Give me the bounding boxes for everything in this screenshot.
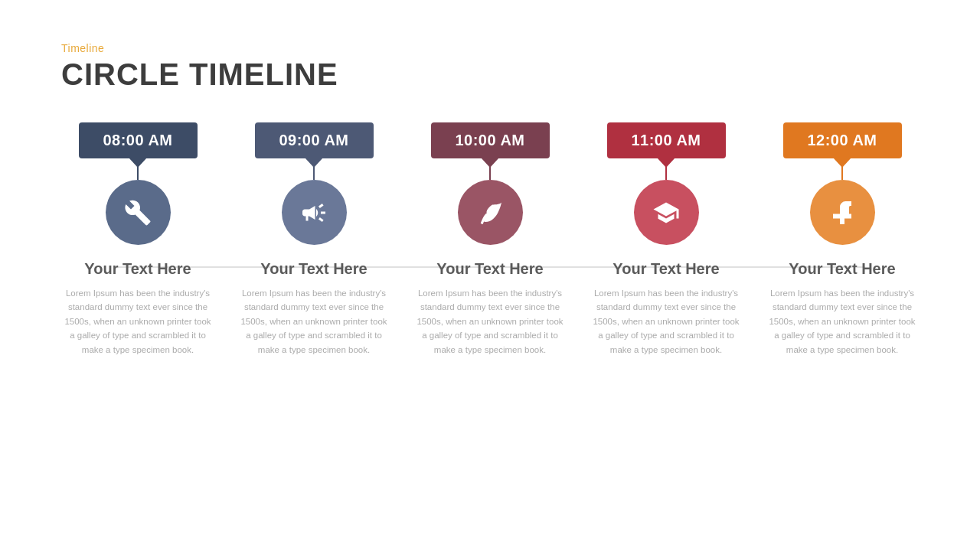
circle-icon-2 xyxy=(282,180,347,245)
time-label-3: 10:00 AM xyxy=(455,132,524,149)
header: Timeline CIRCLE TIMELINE xyxy=(61,42,919,92)
time-bubble-5: 12:00 AM xyxy=(783,122,902,158)
header-title: CIRCLE TIMELINE xyxy=(61,57,919,92)
item-title-1: Your Text Here xyxy=(84,259,191,279)
timeline-item-4: 11:00 AM Your Text Here Lorem Ipsum has … xyxy=(590,122,743,357)
megaphone-icon xyxy=(300,199,328,227)
timeline-item-1: 08:00 AM Your Text Here Lorem Ipsum has … xyxy=(61,122,214,357)
circle-icon-1 xyxy=(106,180,171,245)
timeline-item-2: 09:00 AM Your Text Here Lorem Ipsum has … xyxy=(237,122,390,357)
time-label-4: 11:00 AM xyxy=(631,132,701,149)
book-icon xyxy=(828,199,856,227)
page: Timeline CIRCLE TIMELINE 08:00 AM Your T… xyxy=(0,0,980,551)
item-desc-3: Lorem Ipsum has been the industry's stan… xyxy=(413,286,567,357)
time-label-5: 12:00 AM xyxy=(807,132,877,149)
leaf-icon xyxy=(476,199,504,227)
item-desc-2: Lorem Ipsum has been the industry's stan… xyxy=(237,286,390,357)
timeline-item-5: 12:00 AM Your Text Here Lorem Ipsum has … xyxy=(766,122,919,357)
tools-icon xyxy=(124,199,152,227)
timeline-item-3: 10:00 AM Your Text Here Lorem Ipsum has … xyxy=(413,122,567,357)
circle-icon-3 xyxy=(458,180,523,245)
circle-icon-4 xyxy=(634,180,699,245)
header-subtitle: Timeline xyxy=(61,42,919,54)
item-title-2: Your Text Here xyxy=(260,259,367,279)
time-label-1: 08:00 AM xyxy=(103,132,172,149)
timeline-container: 08:00 AM Your Text Here Lorem Ipsum has … xyxy=(61,122,919,357)
item-desc-4: Lorem Ipsum has been the industry's stan… xyxy=(590,286,743,357)
item-title-3: Your Text Here xyxy=(436,259,543,279)
time-label-2: 09:00 AM xyxy=(279,132,348,149)
circle-icon-5 xyxy=(810,180,875,245)
item-title-5: Your Text Here xyxy=(789,259,895,279)
graduation-icon xyxy=(652,199,680,227)
time-bubble-3: 10:00 AM xyxy=(431,122,550,158)
time-bubble-2: 09:00 AM xyxy=(255,122,374,158)
item-desc-1: Lorem Ipsum has been the industry's stan… xyxy=(61,286,214,357)
item-desc-5: Lorem Ipsum has been the industry's stan… xyxy=(766,286,919,357)
time-bubble-1: 08:00 AM xyxy=(79,122,198,158)
time-bubble-4: 11:00 AM xyxy=(607,122,726,158)
item-title-4: Your Text Here xyxy=(612,259,719,279)
